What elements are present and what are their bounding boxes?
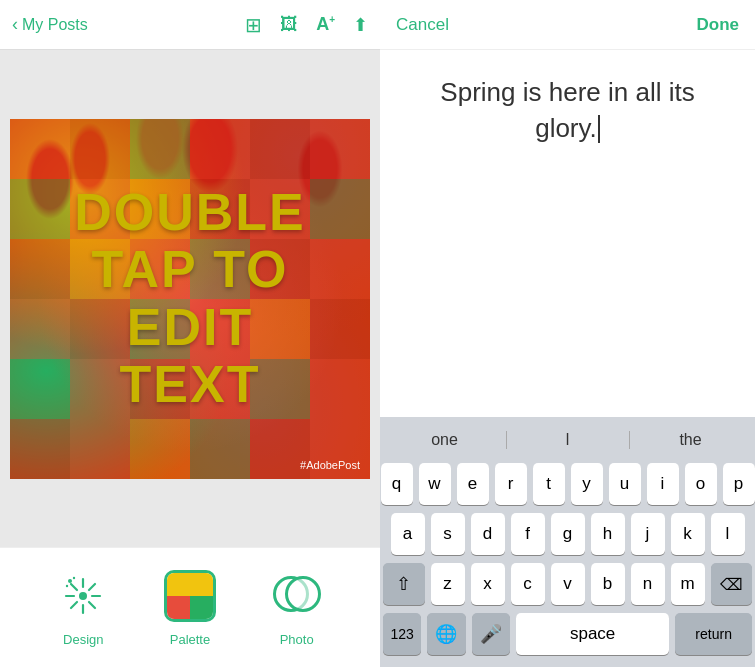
keyboard-row-1: q w e r t y u i o p xyxy=(383,463,752,505)
key-v[interactable]: v xyxy=(551,563,585,605)
palette-label: Palette xyxy=(170,632,210,647)
key-e[interactable]: e xyxy=(457,463,489,505)
share-icon[interactable]: ⬆ xyxy=(353,14,368,36)
bottom-tools: Design Palette xyxy=(0,547,380,667)
key-k[interactable]: k xyxy=(671,513,705,555)
svg-point-11 xyxy=(66,585,68,587)
svg-point-10 xyxy=(73,577,75,579)
key-d[interactable]: d xyxy=(471,513,505,555)
key-f[interactable]: f xyxy=(511,513,545,555)
editor-text: Spring is here in all its glory. xyxy=(440,74,694,147)
cancel-button[interactable]: Cancel xyxy=(396,15,449,35)
key-p[interactable]: p xyxy=(723,463,755,505)
palette-tool[interactable]: Palette xyxy=(162,568,218,647)
back-chevron-icon: ‹ xyxy=(12,14,18,35)
design-tool[interactable]: Design xyxy=(55,568,111,647)
key-a[interactable]: a xyxy=(391,513,425,555)
editor-text-line1: Spring is here in all its xyxy=(440,77,694,107)
svg-line-4 xyxy=(71,584,77,590)
photo-circle2 xyxy=(285,576,321,612)
palette-green xyxy=(190,596,213,619)
keyboard-row-2: a s d f g h j k l xyxy=(383,513,752,555)
num-key[interactable]: 123 xyxy=(383,613,421,655)
autocomplete-row: one l the xyxy=(383,425,752,455)
key-o[interactable]: o xyxy=(685,463,717,505)
photo-tool[interactable]: Photo xyxy=(269,568,325,647)
key-u[interactable]: u xyxy=(609,463,641,505)
key-l[interactable]: l xyxy=(711,513,745,555)
key-i[interactable]: i xyxy=(647,463,679,505)
key-g[interactable]: g xyxy=(551,513,585,555)
key-s[interactable]: s xyxy=(431,513,465,555)
svg-point-9 xyxy=(68,579,72,583)
globe-key[interactable]: 🌐 xyxy=(427,613,465,655)
key-x[interactable]: x xyxy=(471,563,505,605)
photo-label: Photo xyxy=(280,632,314,647)
palette-bottom xyxy=(167,596,213,619)
delete-key[interactable]: ⌫ xyxy=(711,563,753,605)
top-bar: ‹ My Posts ⊞ 🖼 A+ ⬆ xyxy=(0,0,380,50)
key-z[interactable]: z xyxy=(431,563,465,605)
palette-top xyxy=(167,573,213,596)
key-t[interactable]: t xyxy=(533,463,565,505)
text-size-icon[interactable]: A+ xyxy=(316,14,335,35)
svg-point-8 xyxy=(79,592,87,600)
layers-icon[interactable]: ⊞ xyxy=(245,13,262,37)
return-label: return xyxy=(695,626,732,642)
key-w[interactable]: w xyxy=(419,463,451,505)
key-y[interactable]: y xyxy=(571,463,603,505)
autocomplete-the[interactable]: the xyxy=(629,425,752,455)
key-r[interactable]: r xyxy=(495,463,527,505)
post-overlay-text[interactable]: DOUBLE TAP TO EDIT TEXT xyxy=(10,119,370,479)
palette-icon xyxy=(164,570,216,622)
globe-icon: 🌐 xyxy=(435,623,457,645)
delete-icon: ⌫ xyxy=(720,575,743,594)
text-editor-area[interactable]: Spring is here in all its glory. xyxy=(380,50,755,417)
done-button[interactable]: Done xyxy=(697,15,740,35)
toolbar-icons: ⊞ 🖼 A+ ⬆ xyxy=(245,13,368,37)
left-panel: ‹ My Posts ⊞ 🖼 A+ ⬆ DOUBLE xyxy=(0,0,380,667)
post-text-line3: EDIT xyxy=(127,299,253,356)
back-label: My Posts xyxy=(22,16,88,34)
editor-top-bar: Cancel Done xyxy=(380,0,755,50)
svg-line-6 xyxy=(89,584,95,590)
photo-icon-container xyxy=(269,568,325,624)
keyboard-row-4: 123 🌐 🎤 space return xyxy=(383,613,752,655)
post-text-line2: TAP TO xyxy=(92,241,289,298)
mic-icon: 🎤 xyxy=(480,623,502,645)
keyboard: one l the q w e r t y u i o p a s d f g … xyxy=(380,417,755,667)
back-button[interactable]: ‹ My Posts xyxy=(12,14,88,35)
num-label: 123 xyxy=(390,626,413,642)
key-m[interactable]: m xyxy=(671,563,705,605)
key-c[interactable]: c xyxy=(511,563,545,605)
text-cursor xyxy=(598,115,600,144)
right-panel: Cancel Done Spring is here in all its gl… xyxy=(380,0,755,667)
photo-icon xyxy=(271,570,323,622)
editor-text-line2: glory. xyxy=(535,113,597,143)
key-q[interactable]: q xyxy=(381,463,413,505)
space-label: space xyxy=(570,624,615,644)
svg-line-5 xyxy=(89,602,95,608)
space-key[interactable]: space xyxy=(516,613,669,655)
mic-key[interactable]: 🎤 xyxy=(472,613,510,655)
post-text-line1: DOUBLE xyxy=(74,184,306,241)
autocomplete-l[interactable]: l xyxy=(506,425,629,455)
palette-red xyxy=(167,596,190,619)
post-image[interactable]: DOUBLE TAP TO EDIT TEXT #AdobePost xyxy=(10,119,370,479)
keyboard-row-3: ⇧ z x c v b n m ⌫ xyxy=(383,563,752,605)
design-label: Design xyxy=(63,632,103,647)
autocomplete-one[interactable]: one xyxy=(383,425,506,455)
return-key[interactable]: return xyxy=(675,613,752,655)
post-text-line4: TEXT xyxy=(120,356,261,413)
design-icon-container xyxy=(55,568,111,624)
image-icon[interactable]: 🖼 xyxy=(280,14,298,35)
canvas-area[interactable]: DOUBLE TAP TO EDIT TEXT #AdobePost xyxy=(0,50,380,547)
key-n[interactable]: n xyxy=(631,563,665,605)
key-h[interactable]: h xyxy=(591,513,625,555)
shift-icon: ⇧ xyxy=(396,573,411,595)
sparkle-icon xyxy=(60,573,106,619)
svg-line-7 xyxy=(71,602,77,608)
key-j[interactable]: j xyxy=(631,513,665,555)
shift-key[interactable]: ⇧ xyxy=(383,563,425,605)
key-b[interactable]: b xyxy=(591,563,625,605)
